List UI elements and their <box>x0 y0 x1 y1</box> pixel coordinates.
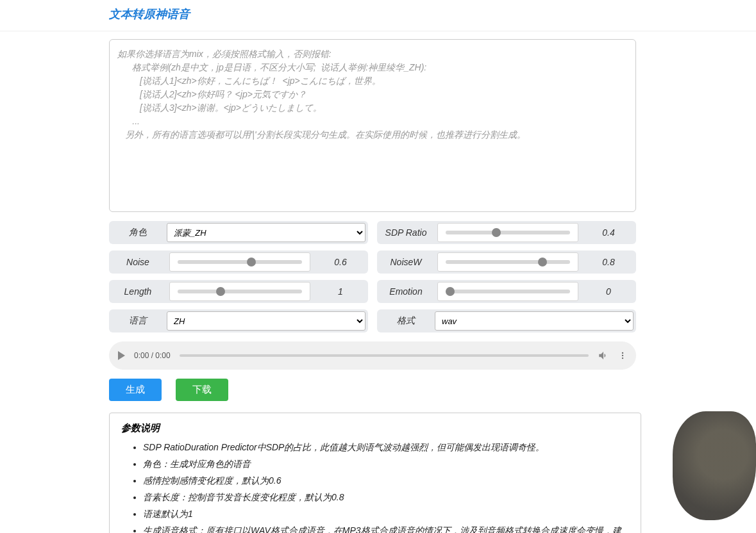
info-list: SDP RatioDuration Predictor中SDP的占比，此值越大则… <box>121 442 629 533</box>
noisew-slider[interactable] <box>446 260 570 264</box>
length-value: 1 <box>313 286 368 297</box>
emotion-group: Emotion 0 <box>377 280 636 303</box>
format-group: 格式 wav <box>377 309 636 332</box>
audio-player[interactable]: 0:00 / 0:00 <box>109 341 636 370</box>
audio-time: 0:00 / 0:00 <box>134 351 171 360</box>
length-label: Length <box>109 286 167 297</box>
list-item: 角色：生成对应角色的语音 <box>143 459 629 470</box>
role-select[interactable]: 派蒙_ZH <box>167 223 365 242</box>
download-button[interactable]: 下载 <box>176 379 228 401</box>
sdp-value: 0.4 <box>581 227 636 238</box>
role-label: 角色 <box>109 227 167 238</box>
emotion-value: 0 <box>581 286 636 297</box>
list-item: 语速默认为1 <box>143 509 629 520</box>
list-item: 音素长度：控制音节发音长度变化程度，默认为0.8 <box>143 492 629 504</box>
noise-label: Noise <box>109 257 167 267</box>
kebab-icon[interactable] <box>618 350 627 361</box>
svg-point-2 <box>622 357 623 359</box>
text-input[interactable] <box>109 39 636 212</box>
svg-point-1 <box>622 355 623 356</box>
svg-point-0 <box>622 352 623 354</box>
lang-select[interactable]: ZH <box>167 311 365 331</box>
play-icon[interactable] <box>118 351 125 360</box>
params-info: 参数说明 SDP RatioDuration Predictor中SDP的占比，… <box>109 413 641 533</box>
lang-label: 语言 <box>109 315 167 327</box>
sdp-group: SDP Ratio 0.4 <box>377 221 636 244</box>
generate-button[interactable]: 生成 <box>109 379 162 401</box>
info-heading: 参数说明 <box>121 422 629 434</box>
length-group: Length 1 <box>109 280 368 303</box>
list-item: 感情控制感情变化程度，默认为0.6 <box>143 475 629 487</box>
emotion-label: Emotion <box>377 286 435 297</box>
volume-icon[interactable] <box>598 350 609 361</box>
audio-progress[interactable] <box>180 354 589 357</box>
length-slider[interactable] <box>178 290 302 293</box>
format-label: 格式 <box>377 315 435 327</box>
main-container: 角色 派蒙_ZH SDP Ratio 0.4 Noise 0.6 NoiseW … <box>0 31 756 533</box>
noisew-group: NoiseW 0.8 <box>377 250 636 274</box>
noise-group: Noise 0.6 <box>109 250 368 274</box>
decorative-image <box>673 411 756 520</box>
role-group: 角色 派蒙_ZH <box>109 221 368 244</box>
emotion-slider[interactable] <box>446 290 570 293</box>
lang-group: 语言 ZH <box>109 309 368 332</box>
list-item: SDP RatioDuration Predictor中SDP的占比，此值越大则… <box>143 442 629 454</box>
noisew-value: 0.8 <box>581 257 636 267</box>
sdp-label: SDP Ratio <box>377 227 435 238</box>
sdp-slider[interactable] <box>446 231 570 234</box>
noisew-label: NoiseW <box>377 257 435 267</box>
page-title: 文本转原神语音 <box>0 0 756 31</box>
noise-value: 0.6 <box>313 257 368 267</box>
noise-slider[interactable] <box>178 260 302 264</box>
format-select[interactable]: wav <box>435 311 634 331</box>
list-item: 生成语音格式：原有接口以WAV格式合成语音，在MP3格式合成语音的情况下，涉及到… <box>143 525 629 533</box>
